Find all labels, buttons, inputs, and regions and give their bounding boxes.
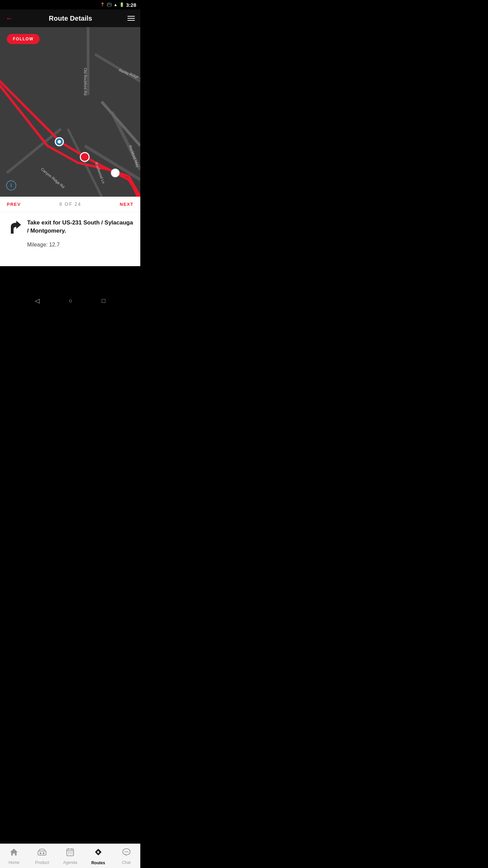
svg-text:Old Rockford Rd: Old Rockford Rd	[83, 68, 87, 95]
status-bar: 📍 📳 ▲ 🔋 3:28	[0, 0, 140, 9]
directions-panel: Take exit for US-231 South / Sylacauga /…	[0, 212, 140, 266]
vibrate-icon: 📳	[107, 2, 112, 7]
turn-icon	[7, 220, 22, 240]
status-icons: 📍 📳 ▲ 🔋 3:28	[100, 2, 136, 8]
svg-point-16	[58, 140, 61, 143]
top-bar: ← Route Details	[0, 9, 140, 27]
navigation-bar: PREV 8 OF 24 NEXT	[0, 197, 140, 212]
page-title: Route Details	[49, 15, 92, 22]
android-nav-bar: ◁ ○ □	[0, 293, 140, 308]
menu-lines-icon	[127, 16, 135, 21]
mileage-info: Mileage: 12.7	[27, 242, 134, 248]
next-button[interactable]: NEXT	[120, 202, 134, 207]
svg-point-17	[80, 153, 89, 161]
directions-content: Take exit for US-231 South / Sylacauga /…	[27, 219, 134, 248]
step-counter: 8 OF 24	[59, 201, 81, 207]
android-recent-button[interactable]: □	[102, 297, 105, 304]
android-home-button[interactable]: ○	[69, 297, 73, 304]
svg-point-18	[111, 169, 119, 177]
battery-icon: 🔋	[119, 2, 124, 7]
signal-icon: ▲	[114, 2, 118, 7]
map-area[interactable]: Old Rockford Rd Rocky Ridge Rd Rockford …	[0, 27, 140, 197]
info-button[interactable]: i	[6, 180, 16, 191]
info-icon: i	[11, 182, 12, 189]
menu-button[interactable]	[127, 16, 135, 21]
android-back-button[interactable]: ◁	[35, 297, 40, 304]
status-time: 3:28	[126, 2, 136, 8]
location-icon: 📍	[100, 2, 105, 7]
directions-instruction: Take exit for US-231 South / Sylacauga /…	[27, 219, 134, 235]
follow-button[interactable]: FOLLOW	[7, 34, 40, 44]
map-svg: Old Rockford Rd Rocky Ridge Rd Rockford …	[0, 27, 140, 197]
back-button[interactable]: ←	[5, 14, 14, 22]
prev-button[interactable]: PREV	[7, 202, 21, 207]
